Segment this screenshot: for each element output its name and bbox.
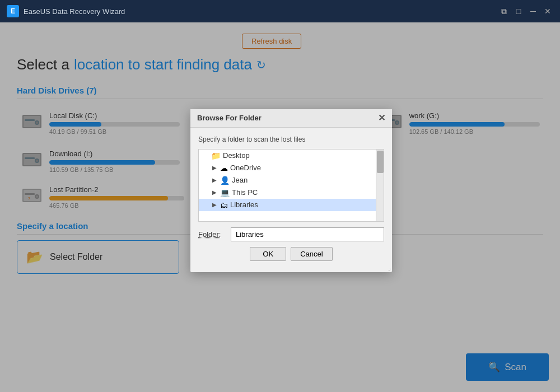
dialog-buttons: OK Cancel xyxy=(198,247,384,261)
tree-item-libraries[interactable]: ▶ 🗂 Libraries xyxy=(199,199,384,211)
dialog-titlebar: Browse For Folder ✕ xyxy=(190,109,392,128)
tree-item-onedrive[interactable]: ▶ ☁ OneDrive xyxy=(199,162,384,174)
close-btn[interactable]: ✕ xyxy=(542,6,553,17)
dialog-ok-button[interactable]: OK xyxy=(250,247,286,261)
tree-scrollbar[interactable] xyxy=(376,150,384,221)
dialog-resize-handle[interactable]: ⌟ xyxy=(388,265,391,271)
minimize-btn[interactable]: ─ xyxy=(528,6,539,17)
chevron-libraries-icon: ▶ xyxy=(212,202,218,208)
scrollbar-thumb xyxy=(377,151,384,173)
app-icon: E xyxy=(7,5,19,17)
folder-input[interactable] xyxy=(231,227,384,241)
desktop-folder-icon: 📁 xyxy=(211,151,221,160)
dialog-description: Specify a folder to scan the lost files xyxy=(198,136,384,143)
folder-row: Folder: xyxy=(198,227,384,241)
dialog-close-btn[interactable]: ✕ xyxy=(378,114,385,123)
tree-item-jean[interactable]: ▶ 👤 Jean xyxy=(199,174,384,186)
maximize-btn[interactable]: □ xyxy=(513,6,524,17)
chevron-onedrive-icon: ▶ xyxy=(212,165,218,171)
dialog-overlay: Browse For Folder ✕ Specify a folder to … xyxy=(0,22,560,392)
app-title: EaseUS Data Recovery Wizard xyxy=(24,7,125,16)
tree-label-thispc: This PC xyxy=(232,188,258,197)
thispc-folder-icon: 💻 xyxy=(220,188,230,197)
tree-item-desktop[interactable]: 📁 Desktop xyxy=(199,150,384,162)
onedrive-folder-icon: ☁ xyxy=(220,164,228,172)
chevron-thispc-icon: ▶ xyxy=(212,189,218,195)
dialog-title: Browse For Folder xyxy=(197,114,262,122)
titlebar: E EaseUS Data Recovery Wizard ⧉ □ ─ ✕ xyxy=(0,0,560,22)
restore-btn[interactable]: ⧉ xyxy=(498,6,510,17)
dialog-tree[interactable]: 📁 Desktop ▶ ☁ OneDrive ▶ 👤 Jean ▶ xyxy=(198,149,384,222)
dialog-body: Specify a folder to scan the lost files … xyxy=(190,128,392,272)
main-content: Refresh disk Select a location to start … xyxy=(0,22,560,392)
libraries-folder-icon: 🗂 xyxy=(220,200,228,209)
browse-folder-dialog: Browse For Folder ✕ Specify a folder to … xyxy=(190,109,392,272)
tree-label-jean: Jean xyxy=(232,176,248,184)
chevron-jean-icon: ▶ xyxy=(212,177,218,183)
tree-label-desktop: Desktop xyxy=(223,151,250,160)
tree-label-onedrive: OneDrive xyxy=(230,164,261,172)
dialog-cancel-button[interactable]: Cancel xyxy=(291,247,332,261)
titlebar-left: E EaseUS Data Recovery Wizard xyxy=(7,5,125,17)
tree-item-thispc[interactable]: ▶ 💻 This PC xyxy=(199,186,384,199)
window-controls: ⧉ □ ─ ✕ xyxy=(498,6,553,17)
jean-folder-icon: 👤 xyxy=(220,176,230,185)
tree-label-libraries: Libraries xyxy=(230,200,258,209)
folder-label: Folder: xyxy=(198,230,226,239)
